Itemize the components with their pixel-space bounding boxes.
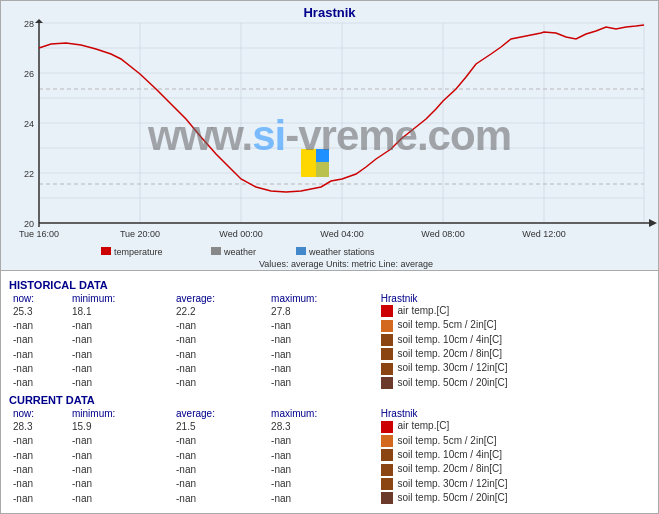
svg-rect-39	[211, 247, 221, 255]
th-station: Hrastnik	[377, 293, 650, 304]
color-swatch	[381, 348, 393, 360]
cell-now: -nan	[9, 347, 68, 361]
cell-min: -nan	[68, 462, 172, 476]
chart-svg: 28 26 24 22 20 Tue 16:00 Tue 20:00 Wed 0…	[1, 19, 659, 269]
cell-desc: soil temp. 10cm / 4in[C]	[377, 333, 650, 347]
cell-max: -nan	[267, 491, 377, 505]
current-table: now: minimum: average: maximum: Hrastnik…	[9, 408, 650, 505]
color-swatch	[381, 320, 393, 332]
color-swatch	[381, 492, 393, 504]
color-swatch	[381, 305, 393, 317]
cell-max: 28.3	[267, 419, 377, 433]
cell-desc-text: soil temp. 30cm / 12in[C]	[398, 478, 508, 489]
cell-desc-text: soil temp. 5cm / 2in[C]	[398, 319, 497, 330]
cell-desc: soil temp. 20cm / 8in[C]	[377, 347, 650, 361]
cell-desc-text: soil temp. 10cm / 4in[C]	[398, 334, 502, 345]
current-title: CURRENT DATA	[9, 394, 650, 406]
cell-now: -nan	[9, 448, 68, 462]
cell-desc: soil temp. 50cm / 20in[C]	[377, 376, 650, 390]
table-row: -nan -nan -nan -nan soil temp. 10cm / 4i…	[9, 333, 650, 347]
color-swatch	[381, 421, 393, 433]
color-swatch	[381, 464, 393, 476]
cell-desc: soil temp. 20cm / 8in[C]	[377, 462, 650, 476]
cell-desc: soil temp. 5cm / 2in[C]	[377, 434, 650, 448]
svg-marker-26	[649, 219, 657, 227]
cell-avg: -nan	[172, 347, 267, 361]
color-swatch	[381, 363, 393, 375]
table-row: -nan -nan -nan -nan soil temp. 20cm / 8i…	[9, 462, 650, 476]
svg-rect-37	[101, 247, 111, 255]
table-row: -nan -nan -nan -nan soil temp. 50cm / 20…	[9, 376, 650, 390]
cell-min: -nan	[68, 361, 172, 375]
svg-text:22: 22	[24, 169, 34, 179]
cell-avg: -nan	[172, 376, 267, 390]
color-swatch	[381, 334, 393, 346]
svg-text:24: 24	[24, 119, 34, 129]
cell-min: -nan	[68, 477, 172, 491]
table-row: -nan -nan -nan -nan soil temp. 50cm / 20…	[9, 491, 650, 505]
table-row: -nan -nan -nan -nan soil temp. 5cm / 2in…	[9, 434, 650, 448]
cell-max: -nan	[267, 477, 377, 491]
cell-desc: soil temp. 30cm / 12in[C]	[377, 361, 650, 375]
svg-rect-41	[296, 247, 306, 255]
cell-desc-text: soil temp. 20cm / 8in[C]	[398, 348, 502, 359]
cell-desc: soil temp. 50cm / 20in[C]	[377, 491, 650, 505]
th-now: now:	[9, 293, 68, 304]
cell-max: -nan	[267, 361, 377, 375]
cell-max: -nan	[267, 462, 377, 476]
cell-max: -nan	[267, 376, 377, 390]
cell-avg: -nan	[172, 462, 267, 476]
th-min-c: minimum:	[68, 408, 172, 419]
cell-now: -nan	[9, 462, 68, 476]
svg-text:Wed 12:00: Wed 12:00	[522, 229, 565, 239]
cell-min: -nan	[68, 491, 172, 505]
svg-rect-35	[316, 149, 329, 162]
cell-min: -nan	[68, 376, 172, 390]
cell-avg: 22.2	[172, 304, 267, 318]
svg-text:28: 28	[24, 19, 34, 29]
cell-min: -nan	[68, 347, 172, 361]
th-now-c: now:	[9, 408, 68, 419]
cell-desc-text: soil temp. 20cm / 8in[C]	[398, 463, 502, 474]
cell-min: -nan	[68, 333, 172, 347]
cell-max: -nan	[267, 434, 377, 448]
table-row: -nan -nan -nan -nan soil temp. 30cm / 12…	[9, 477, 650, 491]
cell-avg: -nan	[172, 491, 267, 505]
cell-desc-text: soil temp. 5cm / 2in[C]	[398, 435, 497, 446]
svg-text:Values: average   Units: metri: Values: average Units: metric Line: aver…	[259, 259, 433, 269]
cell-avg: -nan	[172, 361, 267, 375]
svg-text:weather: weather	[223, 247, 256, 257]
color-swatch	[381, 435, 393, 447]
cell-now: -nan	[9, 477, 68, 491]
cell-desc: soil temp. 30cm / 12in[C]	[377, 477, 650, 491]
chart-area: Hrastnik www.si-vreme.com 28 26 24 22 2	[1, 1, 658, 271]
cell-min: 18.1	[68, 304, 172, 318]
cell-desc-text: soil temp. 50cm / 20in[C]	[398, 377, 508, 388]
svg-text:Wed 04:00: Wed 04:00	[320, 229, 363, 239]
th-max-c: maximum:	[267, 408, 377, 419]
color-swatch	[381, 377, 393, 389]
cell-max: -nan	[267, 333, 377, 347]
svg-text:26: 26	[24, 69, 34, 79]
cell-max: -nan	[267, 318, 377, 332]
data-section: HISTORICAL DATA now: minimum: average: m…	[1, 271, 658, 513]
historical-title: HISTORICAL DATA	[9, 279, 650, 291]
cell-now: -nan	[9, 376, 68, 390]
cell-max: -nan	[267, 347, 377, 361]
cell-now: -nan	[9, 491, 68, 505]
cell-desc-text: air temp.[C]	[398, 420, 450, 431]
svg-text:weather stations: weather stations	[308, 247, 375, 257]
svg-rect-36	[316, 162, 329, 177]
svg-marker-27	[35, 19, 43, 23]
th-avg: average:	[172, 293, 267, 304]
cell-max: -nan	[267, 448, 377, 462]
main-container: Hrastnik www.si-vreme.com 28 26 24 22 2	[0, 0, 659, 514]
cell-min: 15.9	[68, 419, 172, 433]
cell-desc-text: soil temp. 10cm / 4in[C]	[398, 449, 502, 460]
table-row: -nan -nan -nan -nan soil temp. 10cm / 4i…	[9, 448, 650, 462]
th-avg-c: average:	[172, 408, 267, 419]
table-row: -nan -nan -nan -nan soil temp. 5cm / 2in…	[9, 318, 650, 332]
cell-max: 27.8	[267, 304, 377, 318]
current-header-row: now: minimum: average: maximum: Hrastnik	[9, 408, 650, 419]
svg-text:Wed 08:00: Wed 08:00	[421, 229, 464, 239]
